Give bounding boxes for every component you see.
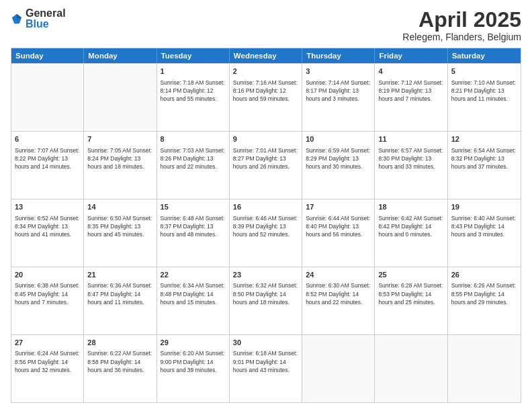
day-info: Sunrise: 6:54 AM Sunset: 8:32 PM Dayligh… (451, 146, 517, 171)
header-cell-saturday: Saturday (448, 48, 521, 63)
day-number: 2 (233, 66, 298, 77)
day-cell: 19Sunrise: 6:40 AM Sunset: 8:43 PM Dayli… (448, 199, 521, 267)
calendar-header-row: SundayMondayTuesdayWednesdayThursdayFrid… (11, 48, 521, 63)
day-info: Sunrise: 7:01 AM Sunset: 8:27 PM Dayligh… (233, 146, 298, 171)
day-number: 29 (161, 338, 226, 348)
day-info: Sunrise: 6:48 AM Sunset: 8:37 PM Dayligh… (161, 214, 226, 239)
calendar: SundayMondayTuesdayWednesdayThursdayFrid… (11, 48, 521, 403)
day-info: Sunrise: 6:36 AM Sunset: 8:47 PM Dayligh… (87, 281, 152, 306)
day-number: 13 (15, 202, 80, 212)
day-cell: 24Sunrise: 6:30 AM Sunset: 8:52 PM Dayli… (302, 267, 375, 334)
day-info: Sunrise: 6:24 AM Sunset: 8:56 PM Dayligh… (15, 349, 80, 374)
calendar-body: 1Sunrise: 7:18 AM Sunset: 8:14 PM Daylig… (11, 63, 521, 402)
day-number: 8 (161, 134, 226, 144)
day-cell (84, 64, 157, 131)
day-info: Sunrise: 6:50 AM Sunset: 8:35 PM Dayligh… (87, 214, 152, 239)
day-cell: 1Sunrise: 7:18 AM Sunset: 8:14 PM Daylig… (157, 64, 230, 131)
day-number: 26 (451, 270, 517, 280)
calendar-title: April 2025 (402, 8, 521, 32)
day-number: 3 (306, 66, 371, 77)
day-number: 15 (161, 202, 226, 212)
day-number: 4 (378, 66, 443, 77)
day-info: Sunrise: 7:03 AM Sunset: 8:26 PM Dayligh… (161, 146, 226, 171)
week-row-1: 1Sunrise: 7:18 AM Sunset: 8:14 PM Daylig… (11, 63, 521, 131)
day-info: Sunrise: 7:07 AM Sunset: 8:22 PM Dayligh… (15, 146, 80, 171)
day-info: Sunrise: 6:28 AM Sunset: 8:53 PM Dayligh… (378, 281, 443, 306)
day-cell: 26Sunrise: 6:26 AM Sunset: 8:55 PM Dayli… (448, 267, 521, 334)
day-cell: 20Sunrise: 6:38 AM Sunset: 8:45 PM Dayli… (11, 267, 84, 334)
day-number: 28 (87, 338, 152, 348)
title-block: April 2025 Relegem, Flanders, Belgium (402, 8, 521, 42)
day-number: 5 (451, 66, 517, 77)
day-cell (448, 335, 521, 402)
day-info: Sunrise: 6:26 AM Sunset: 8:55 PM Dayligh… (451, 281, 517, 306)
day-info: Sunrise: 6:20 AM Sunset: 9:00 PM Dayligh… (161, 349, 226, 374)
day-cell: 14Sunrise: 6:50 AM Sunset: 8:35 PM Dayli… (84, 199, 157, 267)
day-number: 20 (15, 270, 80, 280)
day-info: Sunrise: 7:18 AM Sunset: 8:14 PM Dayligh… (161, 79, 226, 103)
header-cell-tuesday: Tuesday (157, 48, 230, 63)
week-row-5: 27Sunrise: 6:24 AM Sunset: 8:56 PM Dayli… (11, 334, 521, 402)
header-cell-friday: Friday (375, 48, 447, 63)
day-number: 16 (233, 202, 298, 212)
day-info: Sunrise: 6:22 AM Sunset: 8:58 PM Dayligh… (87, 349, 152, 374)
day-number: 19 (451, 202, 517, 212)
day-cell (375, 335, 447, 402)
day-info: Sunrise: 6:34 AM Sunset: 8:48 PM Dayligh… (161, 281, 226, 306)
day-cell: 16Sunrise: 6:46 AM Sunset: 8:39 PM Dayli… (230, 199, 302, 267)
day-cell (11, 64, 84, 131)
day-info: Sunrise: 7:12 AM Sunset: 8:19 PM Dayligh… (378, 79, 443, 103)
day-number: 30 (233, 338, 298, 348)
day-info: Sunrise: 7:16 AM Sunset: 8:16 PM Dayligh… (233, 79, 298, 103)
day-info: Sunrise: 6:32 AM Sunset: 8:50 PM Dayligh… (233, 281, 298, 306)
week-row-2: 6Sunrise: 7:07 AM Sunset: 8:22 PM Daylig… (11, 131, 521, 199)
day-cell: 28Sunrise: 6:22 AM Sunset: 8:58 PM Dayli… (84, 335, 157, 402)
day-info: Sunrise: 7:05 AM Sunset: 8:24 PM Dayligh… (87, 146, 152, 171)
day-number: 9 (233, 134, 298, 144)
day-cell: 25Sunrise: 6:28 AM Sunset: 8:53 PM Dayli… (375, 267, 447, 334)
day-number: 24 (306, 270, 371, 280)
header: General Blue April 2025 Relegem, Flander… (11, 8, 521, 42)
day-number: 6 (15, 134, 80, 144)
day-cell: 27Sunrise: 6:24 AM Sunset: 8:56 PM Dayli… (11, 335, 84, 402)
day-cell: 13Sunrise: 6:52 AM Sunset: 8:34 PM Dayli… (11, 199, 84, 267)
day-cell: 11Sunrise: 6:57 AM Sunset: 8:30 PM Dayli… (375, 132, 447, 199)
day-info: Sunrise: 6:57 AM Sunset: 8:30 PM Dayligh… (378, 146, 443, 171)
day-info: Sunrise: 6:30 AM Sunset: 8:52 PM Dayligh… (306, 281, 371, 306)
day-cell: 29Sunrise: 6:20 AM Sunset: 9:00 PM Dayli… (157, 335, 230, 402)
header-cell-sunday: Sunday (11, 48, 84, 63)
day-cell: 30Sunrise: 6:18 AM Sunset: 9:01 PM Dayli… (230, 335, 302, 402)
day-info: Sunrise: 6:46 AM Sunset: 8:39 PM Dayligh… (233, 214, 298, 239)
day-cell: 21Sunrise: 6:36 AM Sunset: 8:47 PM Dayli… (84, 267, 157, 334)
day-number: 25 (378, 270, 443, 280)
day-cell (302, 335, 375, 402)
day-info: Sunrise: 6:18 AM Sunset: 9:01 PM Dayligh… (233, 349, 298, 374)
day-cell: 7Sunrise: 7:05 AM Sunset: 8:24 PM Daylig… (84, 132, 157, 199)
day-cell: 6Sunrise: 7:07 AM Sunset: 8:22 PM Daylig… (11, 132, 84, 199)
day-number: 1 (161, 66, 226, 77)
logo-icon (11, 13, 23, 25)
day-cell: 3Sunrise: 7:14 AM Sunset: 8:17 PM Daylig… (302, 64, 375, 131)
day-info: Sunrise: 7:10 AM Sunset: 8:21 PM Dayligh… (451, 79, 517, 103)
week-row-4: 20Sunrise: 6:38 AM Sunset: 8:45 PM Dayli… (11, 267, 521, 334)
logo-general: General (26, 8, 66, 19)
logo: General Blue (11, 8, 66, 30)
day-info: Sunrise: 6:44 AM Sunset: 8:40 PM Dayligh… (306, 214, 371, 239)
day-number: 27 (15, 338, 80, 348)
day-cell: 15Sunrise: 6:48 AM Sunset: 8:37 PM Dayli… (157, 199, 230, 267)
day-cell: 2Sunrise: 7:16 AM Sunset: 8:16 PM Daylig… (230, 64, 302, 131)
day-cell: 10Sunrise: 6:59 AM Sunset: 8:29 PM Dayli… (302, 132, 375, 199)
calendar-subtitle: Relegem, Flanders, Belgium (402, 32, 521, 42)
day-number: 11 (378, 134, 443, 144)
day-cell: 17Sunrise: 6:44 AM Sunset: 8:40 PM Dayli… (302, 199, 375, 267)
day-number: 23 (233, 270, 298, 280)
day-number: 14 (87, 202, 152, 212)
day-cell: 4Sunrise: 7:12 AM Sunset: 8:19 PM Daylig… (375, 64, 447, 131)
day-cell: 23Sunrise: 6:32 AM Sunset: 8:50 PM Dayli… (230, 267, 302, 334)
day-number: 22 (161, 270, 226, 280)
page: General Blue April 2025 Relegem, Flander… (0, 0, 532, 411)
day-info: Sunrise: 6:42 AM Sunset: 8:42 PM Dayligh… (378, 214, 443, 239)
week-row-3: 13Sunrise: 6:52 AM Sunset: 8:34 PM Dayli… (11, 199, 521, 267)
day-info: Sunrise: 6:40 AM Sunset: 8:43 PM Dayligh… (451, 214, 517, 239)
day-cell: 22Sunrise: 6:34 AM Sunset: 8:48 PM Dayli… (157, 267, 230, 334)
